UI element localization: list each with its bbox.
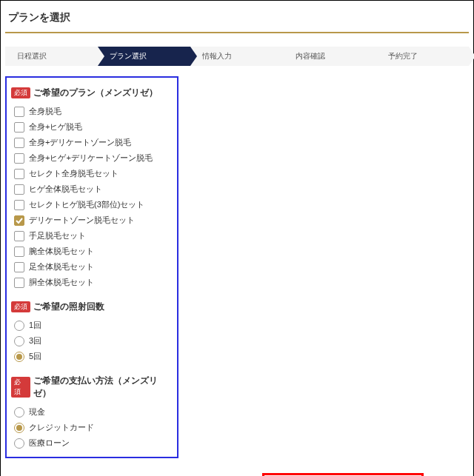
count-option[interactable]: 1回: [11, 318, 173, 333]
plan-option-label: 足全体脱毛セット: [29, 261, 94, 272]
plan-option[interactable]: 全身+ヒゲ+デリケートゾーン脱毛: [11, 150, 173, 166]
radio-icon: [14, 423, 24, 433]
plan-option[interactable]: 全身+ヒゲ脱毛: [11, 119, 173, 135]
plan-option-label: 全身+ヒゲ+デリケートゾーン脱毛: [29, 152, 153, 164]
plan-option-label: 腕全体脱毛セット: [29, 246, 94, 257]
plan-form: 必須 ご希望のプラン（メンズリゼ） 全身脱毛全身+ヒゲ脱毛全身+デリケートゾーン…: [5, 76, 178, 458]
step-3: 内容確認: [284, 47, 376, 66]
payment-option[interactable]: クレジットカード: [11, 420, 173, 435]
plan-option[interactable]: 腕全体脱毛セット: [11, 244, 173, 259]
radio-icon: [14, 336, 24, 346]
plan-section-title: 必須 ご希望のプラン（メンズリゼ）: [11, 87, 173, 99]
count-option-label: 1回: [29, 320, 41, 331]
plan-option[interactable]: ヒゲ全体脱毛セット: [11, 181, 173, 197]
checkbox-icon: [14, 262, 24, 272]
plan-option[interactable]: 全身脱毛: [11, 104, 173, 119]
progress-steps: 日程選択プラン選択情報入力内容確認予約完了: [5, 47, 469, 66]
count-section-title: 必須 ご希望の照射回数: [11, 301, 173, 313]
required-badge: 必須: [11, 377, 30, 398]
plan-option-label: 手足脱毛セット: [29, 230, 86, 241]
plan-option[interactable]: デリケートゾーン脱毛セット: [11, 212, 173, 228]
step-1: プラン選択: [98, 47, 190, 66]
checkbox-icon: [14, 169, 24, 179]
button-row: 前の画面に戻る 次へ進む: [5, 473, 469, 476]
checkbox-icon: [14, 278, 24, 288]
count-option[interactable]: 5回: [11, 349, 173, 364]
required-badge: 必須: [11, 87, 30, 98]
count-section-label: ご希望の照射回数: [33, 301, 104, 313]
radio-icon: [14, 438, 24, 449]
payment-option-label: 現金: [29, 406, 45, 418]
plan-option-label: セレクトヒゲ脱毛(3部位)セット: [29, 199, 144, 210]
plan-option-label: セレクト全身脱毛セット: [29, 168, 118, 179]
required-badge: 必須: [11, 301, 30, 312]
radio-icon: [14, 407, 24, 418]
plan-section-label: ご希望のプラン（メンズリゼ）: [33, 87, 158, 99]
count-option-label: 5回: [29, 351, 41, 362]
radio-icon: [14, 321, 24, 331]
checkbox-icon: [14, 200, 24, 210]
step-2: 情報入力: [190, 47, 283, 66]
plan-option[interactable]: 足全体脱毛セット: [11, 259, 173, 275]
checkbox-icon: [14, 231, 24, 241]
checkbox-icon: [14, 215, 24, 226]
payment-section-title: 必須 ご希望の支払い方法（メンズリゼ）: [11, 375, 173, 400]
plan-option-label: 全身脱毛: [29, 106, 61, 117]
step-4: 予約完了: [376, 47, 469, 66]
count-option[interactable]: 3回: [11, 333, 173, 349]
next-button-highlight: 次へ進む: [262, 473, 424, 476]
payment-option-label: クレジットカード: [29, 422, 94, 433]
checkbox-icon: [14, 184, 24, 195]
checkbox-icon: [14, 153, 24, 164]
plan-option[interactable]: セレクト全身脱毛セット: [11, 166, 173, 181]
plan-option[interactable]: 手足脱毛セット: [11, 228, 173, 244]
checkbox-icon: [14, 138, 24, 148]
plan-option[interactable]: 全身+デリケートゾーン脱毛: [11, 135, 173, 150]
radio-icon: [14, 352, 24, 362]
plan-option-label: ヒゲ全体脱毛セット: [29, 184, 102, 195]
checkbox-icon: [14, 122, 24, 133]
plan-option-label: 全身+ヒゲ脱毛: [29, 121, 82, 133]
checkbox-icon: [14, 247, 24, 257]
payment-option-label: 医療ローン: [29, 438, 70, 449]
count-option-label: 3回: [29, 335, 41, 346]
payment-option[interactable]: 医療ローン: [11, 435, 173, 451]
step-0: 日程選択: [5, 47, 98, 66]
plan-option-label: 胴全体脱毛セット: [29, 277, 94, 288]
payment-section-label: ご希望の支払い方法（メンズリゼ）: [33, 375, 173, 400]
plan-option[interactable]: 胴全体脱毛セット: [11, 275, 173, 290]
plan-option-label: デリケートゾーン脱毛セット: [29, 215, 135, 226]
plan-option-label: 全身+デリケートゾーン脱毛: [29, 137, 131, 148]
page-title: プランを選択: [5, 5, 469, 33]
payment-option[interactable]: 現金: [11, 404, 173, 420]
plan-option[interactable]: セレクトヒゲ脱毛(3部位)セット: [11, 197, 173, 212]
checkbox-icon: [14, 107, 24, 117]
